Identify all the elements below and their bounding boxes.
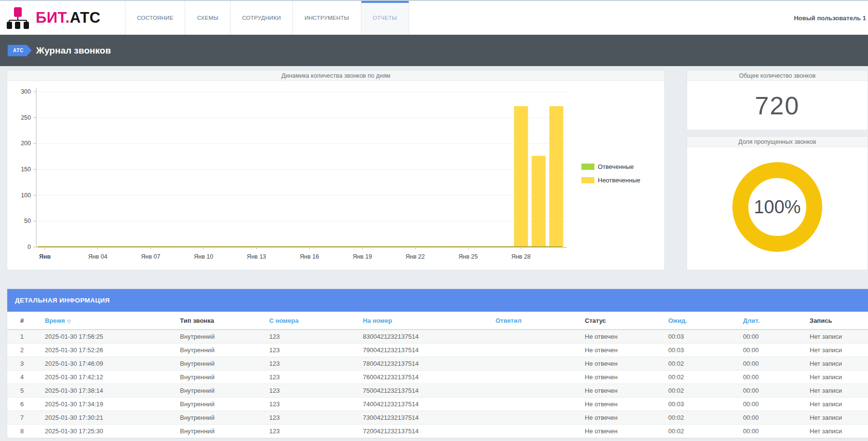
page-title: Журнал звонков: [36, 45, 111, 56]
table-row[interactable]: 32025-01-30 17:46:09Внутренний1237800421…: [7, 357, 868, 370]
sort-desc-icon: ▽: [68, 319, 71, 324]
total-calls-value: 720: [687, 81, 868, 130]
cell: 00:00: [736, 384, 803, 397]
cell: 7300421232137514: [356, 411, 489, 424]
cell: [489, 357, 578, 370]
cell: 7400421232137514: [356, 397, 489, 411]
cell: Нет записи: [803, 370, 868, 384]
table-row[interactable]: 12025-01-30 17:56:25Внутренний1238300421…: [7, 330, 868, 343]
cell: 2025-01-30 17:56:25: [38, 330, 173, 343]
cell: 00:02: [661, 411, 736, 424]
cell: 00:03: [661, 397, 736, 411]
cell: 00:00: [736, 343, 803, 357]
cell: 00:00: [736, 424, 803, 438]
page-header: АТС Журнал звонков: [0, 35, 868, 66]
donut-percent-label: 100%: [754, 197, 800, 217]
tab-shemy[interactable]: СХЕМЫ: [185, 1, 230, 35]
missed-calls-donut: 100%: [687, 147, 868, 270]
cell: 2025-01-30 17:30:21: [38, 411, 173, 424]
cell: 123: [262, 397, 356, 411]
tab-instrumenty[interactable]: ИНСТРУМЕНТЫ: [292, 1, 360, 35]
cell: Внутренний: [173, 397, 262, 411]
cell: 00:02: [661, 357, 736, 370]
cell: 00:00: [736, 330, 803, 343]
cell: 2025-01-30 17:34:19: [38, 397, 173, 411]
svg-text:50: 50: [24, 218, 31, 224]
cell: Нет записи: [803, 397, 868, 411]
bar-chart: 050100150200250300ЯнвЯнв 04Янв 07Янв 10Я…: [7, 81, 664, 272]
missed-calls-title: Доля пропущенных звонков: [687, 137, 868, 147]
content: Динамика количества звонков по дням 0501…: [0, 66, 868, 439]
cell: 00:03: [661, 330, 736, 343]
tab-sotrudniki[interactable]: СОТРУДНИКИ: [230, 1, 293, 35]
tab-sostoyanie[interactable]: СОСТОЯНИЕ: [125, 1, 185, 35]
cell: [489, 343, 578, 357]
column-header-на номер[interactable]: На номер: [356, 312, 489, 330]
calls-table: #Время▽Тип звонкаС номераНа номерОтветил…: [7, 312, 868, 438]
cell: 2025-01-30 17:25:30: [38, 424, 173, 438]
column-header-ответил[interactable]: Ответил: [489, 312, 578, 330]
detail-table-title: ДЕТАЛЬНАЯ ИНФОРМАЦИЯ: [7, 289, 868, 312]
table-row[interactable]: 22025-01-30 17:52:26Внутренний1237900421…: [7, 343, 868, 357]
cell: 00:03: [661, 343, 736, 357]
svg-text:150: 150: [21, 166, 31, 173]
cell: 00:02: [661, 384, 736, 397]
cell: Внутренний: [173, 424, 262, 438]
org-chart-logo-icon: [7, 7, 29, 29]
svg-text:Янв 10: Янв 10: [194, 253, 213, 260]
cell: 123: [262, 370, 356, 384]
nav-tabs: СОСТОЯНИЕ СХЕМЫ СОТРУДНИКИ ИНСТРУМЕНТЫ О…: [125, 1, 409, 35]
svg-text:0: 0: [28, 244, 31, 250]
cell: [489, 384, 578, 397]
cell: [489, 370, 578, 384]
column-header-ожид.[interactable]: Ожид.: [661, 312, 736, 330]
cell: [489, 397, 578, 411]
cell: 7800421232137514: [356, 357, 489, 370]
missed-calls-panel: Доля пропущенных звонков 100%: [687, 136, 868, 270]
cell: [489, 330, 578, 343]
cell: 2025-01-30 17:52:26: [38, 343, 173, 357]
cell: 2025-01-30 17:38:14: [38, 384, 173, 397]
donut-chart-svg: 100%: [729, 159, 826, 255]
calls-dynamics-panel: Динамика количества звонков по дням 0501…: [7, 70, 665, 270]
cell: 7500421232137514: [356, 384, 489, 397]
column-header-тип звонка: Тип звонка: [173, 312, 262, 330]
cell: 7: [7, 411, 38, 424]
cell: Не отвечен: [578, 397, 661, 411]
cell: Не отвечен: [578, 384, 661, 397]
cell: [489, 424, 578, 438]
cell: Не отвечен: [578, 411, 661, 424]
column-header-время[interactable]: Время▽: [38, 312, 173, 330]
cell: Не отвечен: [578, 370, 661, 384]
svg-text:Янв 16: Янв 16: [300, 253, 319, 260]
cell: 123: [262, 424, 356, 438]
cell: 8300421232137514: [356, 330, 489, 343]
table-row[interactable]: 82025-01-30 17:25:30Внутренний1237200421…: [7, 424, 868, 438]
svg-text:Янв 22: Янв 22: [406, 253, 425, 260]
cell: Нет записи: [803, 411, 868, 424]
table-row[interactable]: 62025-01-30 17:34:19Внутренний1237400421…: [7, 397, 868, 411]
cell: 3: [7, 357, 38, 370]
detail-table-panel: ДЕТАЛЬНАЯ ИНФОРМАЦИЯ #Время▽Тип звонкаС …: [7, 289, 868, 439]
current-user[interactable]: Новый пользователь 1: [794, 14, 868, 22]
cell: 123: [262, 411, 356, 424]
table-row[interactable]: 52025-01-30 17:38:14Внутренний1237500421…: [7, 384, 868, 397]
column-header-длит.[interactable]: Длит.: [736, 312, 803, 330]
cell: 2025-01-30 17:46:09: [38, 357, 173, 370]
cell: 1: [7, 330, 38, 343]
svg-text:Янв 04: Янв 04: [88, 253, 108, 260]
svg-text:Янв: Янв: [39, 253, 51, 260]
brand-logo[interactable]: БИТ.АТС: [0, 1, 125, 35]
table-row[interactable]: 42025-01-30 17:42:12Внутренний1237600421…: [7, 370, 868, 384]
cell: 6: [7, 397, 38, 411]
cell: 7600421232137514: [356, 370, 489, 384]
svg-text:Янв 07: Янв 07: [141, 253, 160, 260]
column-header-с номера[interactable]: С номера: [262, 312, 356, 330]
brand-name: БИТ.АТС: [36, 9, 100, 27]
cell: 5: [7, 384, 38, 397]
cell: Нет записи: [803, 330, 868, 343]
tab-otchety[interactable]: ОТЧЕТЫ: [361, 1, 409, 35]
table-row[interactable]: 72025-01-30 17:30:21Внутренний1237300421…: [7, 411, 868, 424]
svg-text:Отвеченные: Отвеченные: [598, 163, 634, 170]
navbar: БИТ.АТС СОСТОЯНИЕ СХЕМЫ СОТРУДНИКИ ИНСТР…: [0, 1, 868, 35]
